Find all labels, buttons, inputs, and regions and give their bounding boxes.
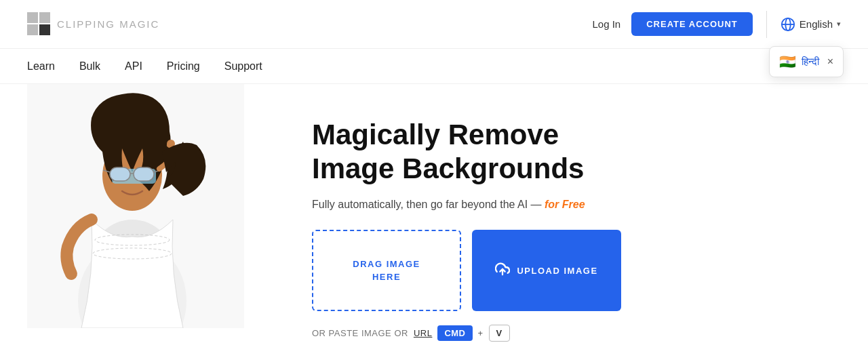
svg-rect-13 xyxy=(110,167,130,181)
hero-subtitle: Fully automatically, then go far beyond … xyxy=(312,199,827,211)
header-right: Log In CREATE ACCOUNT English ▾ xyxy=(592,11,841,38)
lang-divider xyxy=(766,11,767,38)
hero-title-line2: Image Backgrounds xyxy=(312,153,584,184)
svg-rect-3 xyxy=(39,24,50,35)
lang-label: English xyxy=(800,18,833,30)
globe-icon xyxy=(781,17,795,32)
paste-prefix-text: OR PASTE IMAGE OR xyxy=(312,328,408,338)
upload-button-label: UPLOAD IMAGE xyxy=(517,266,597,276)
nav-item-api[interactable]: API xyxy=(125,60,142,73)
create-account-button[interactable]: CREATE ACCOUNT xyxy=(631,12,753,36)
nav-item-pricing[interactable]: Pricing xyxy=(167,60,200,73)
svg-rect-0 xyxy=(27,12,38,23)
close-lang-dropdown-button[interactable]: × xyxy=(827,56,833,67)
paste-url-link[interactable]: URL xyxy=(414,328,433,338)
hero-subtitle-prefix: Fully automatically, then go far beyond … xyxy=(312,199,542,210)
plus-text: + xyxy=(478,328,484,338)
drag-line2: HERE xyxy=(353,270,420,284)
upload-area: DRAG IMAGE HERE UPLOAD IMAGE xyxy=(312,230,827,311)
nav-item-bulk[interactable]: Bulk xyxy=(79,60,100,73)
logo-light: MAGIC xyxy=(115,18,159,30)
drag-drop-zone[interactable]: DRAG IMAGE HERE xyxy=(312,230,461,311)
login-link[interactable]: Log In xyxy=(592,18,620,30)
main-content: Magically Remove Image Backgrounds Fully… xyxy=(0,84,868,342)
chevron-down-icon: ▾ xyxy=(837,20,841,28)
for-free-label: for Free xyxy=(545,199,585,210)
header: CLIPPING MAGIC Log In CREATE ACCOUNT Eng… xyxy=(0,0,868,49)
nav-item-learn[interactable]: Learn xyxy=(27,60,55,73)
main-nav: Learn Bulk API Pricing Support xyxy=(0,49,868,84)
language-selector[interactable]: English ▾ xyxy=(781,17,841,32)
upload-icon xyxy=(495,262,510,280)
svg-rect-2 xyxy=(27,24,38,35)
drag-text: DRAG IMAGE HERE xyxy=(353,258,420,284)
drag-line1: DRAG IMAGE xyxy=(353,258,420,271)
india-flag-icon: 🇮🇳 xyxy=(779,54,796,70)
upload-image-button[interactable]: UPLOAD IMAGE xyxy=(472,230,621,311)
logo-icon xyxy=(27,12,52,37)
v-badge: V xyxy=(489,325,510,342)
logo[interactable]: CLIPPING MAGIC xyxy=(27,12,159,37)
hero-title: Magically Remove Image Backgrounds xyxy=(312,118,637,185)
logo-bold: CLIPPING xyxy=(57,18,115,30)
nav-item-support[interactable]: Support xyxy=(224,60,262,73)
svg-rect-1 xyxy=(39,12,50,23)
logo-text: CLIPPING MAGIC xyxy=(57,18,159,30)
hero-text-area: Magically Remove Image Backgrounds Fully… xyxy=(258,84,868,342)
hindi-label: हिन्दी xyxy=(802,56,819,68)
hero-woman-image xyxy=(27,84,244,328)
cmd-badge: CMD xyxy=(437,325,472,341)
lang-dropdown: 🇮🇳 हिन्दी × xyxy=(769,46,844,77)
hero-image-container xyxy=(27,84,258,331)
svg-rect-14 xyxy=(134,167,154,181)
paste-area: OR PASTE IMAGE OR URL CMD + V xyxy=(312,325,827,342)
hero-title-line1: Magically Remove xyxy=(312,119,559,150)
